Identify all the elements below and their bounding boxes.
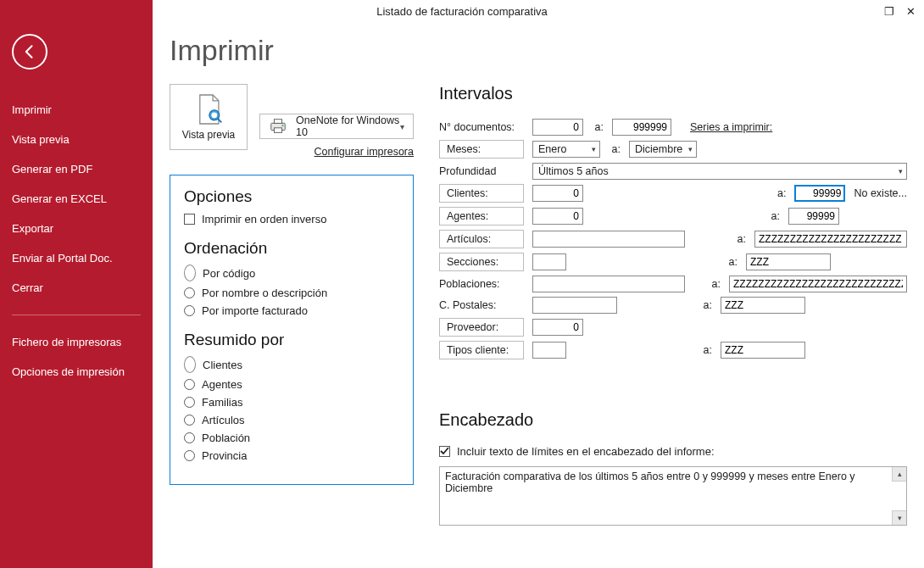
months-button[interactable]: Meses: [439, 140, 524, 159]
sidebar-item-printers-file[interactable]: Fichero de impresoras [0, 327, 153, 357]
scroll-down-icon[interactable]: ▾ [892, 510, 906, 525]
sidebar-item-export[interactable]: Exportar [0, 214, 153, 243]
postal-label: C. Postales: [439, 299, 524, 311]
svg-rect-4 [274, 120, 281, 124]
a-label: a: [768, 210, 780, 222]
ordering-heading: Ordenación [184, 239, 399, 258]
preview-button[interactable]: Vista previa [170, 84, 248, 150]
radio-icon [184, 265, 196, 281]
articles-button[interactable]: Artículos: [439, 230, 524, 248]
postal-to-input[interactable] [721, 297, 805, 314]
clients-button[interactable]: Clientes: [439, 184, 524, 203]
back-button[interactable] [12, 34, 47, 70]
sidebar-item-pdf[interactable]: Generar en PDF [0, 154, 153, 184]
sections-to-input[interactable] [746, 253, 831, 270]
intervals-heading: Intervalos [439, 84, 907, 103]
depth-value: Últimos 5 años [538, 165, 609, 177]
ctypes-button[interactable]: Tipos cliente: [439, 341, 524, 359]
docnum-from-input[interactable] [532, 119, 583, 136]
summary-option-provincia[interactable]: Provincia [184, 449, 399, 462]
radio-icon [184, 415, 195, 426]
agents-to-input[interactable] [788, 208, 839, 225]
window-controls: ❐ ✕ [876, 5, 916, 18]
clients-from-input[interactable] [532, 185, 583, 202]
sections-from-input[interactable] [532, 253, 566, 270]
checkbox-icon [184, 214, 195, 225]
main: Listado de facturación comparativa ❐ ✕ I… [153, 0, 924, 568]
configure-printer-link[interactable]: Configurar impresora [314, 146, 414, 158]
sidebar-item-portal[interactable]: Enviar al Portal Doc. [0, 243, 153, 273]
summary-label: Población [202, 432, 250, 444]
articles-to-input[interactable] [754, 231, 907, 248]
towns-to-input[interactable] [729, 276, 907, 292]
agents-from-input[interactable] [532, 208, 583, 225]
include-limits-checkbox[interactable]: Incluir texto de límites en el encabezad… [439, 445, 907, 458]
sidebar-item-preview[interactable]: Vista previa [0, 125, 153, 154]
sidebar-item-excel[interactable]: Generar en EXCEL [0, 184, 153, 214]
sidebar-item-close[interactable]: Cerrar [0, 273, 153, 303]
radio-icon [184, 379, 195, 390]
docnum-to-input[interactable] [612, 119, 671, 136]
summary-label: Familias [202, 396, 242, 409]
reverse-order-checkbox[interactable]: Imprimir en orden inverso [184, 213, 399, 226]
a-label: a: [734, 233, 746, 245]
document-preview-icon [194, 93, 223, 125]
arrow-left-icon [21, 43, 38, 60]
summary-option-articulos[interactable]: Artículos [184, 414, 399, 426]
agents-button[interactable]: Agentes: [439, 207, 524, 226]
sidebar-item-print-options[interactable]: Opciones de impresión [0, 357, 153, 387]
sidebar-separator [12, 315, 141, 315]
preview-label: Vista previa [182, 129, 235, 141]
provider-button[interactable]: Proveedor: [439, 318, 524, 337]
ordering-option-code[interactable]: Por código [184, 265, 399, 281]
docnum-label: N° documentos: [439, 121, 524, 133]
ordering-label: Por código [203, 267, 255, 280]
radio-icon [184, 432, 195, 443]
radio-icon [184, 450, 195, 461]
summary-option-clientes[interactable]: Clientes [184, 356, 399, 373]
left-panel: Opciones Imprimir en orden inverso Orden… [170, 175, 414, 485]
printer-dropdown[interactable]: OneNote for Windows 10 ▾ [259, 114, 414, 139]
month-to-value: Diciembre [635, 143, 682, 155]
summary-label: Provincia [202, 449, 247, 462]
svg-rect-5 [274, 128, 281, 133]
scroll-up-icon[interactable]: ▴ [892, 467, 906, 482]
month-from-select[interactable]: Enero ▾ [532, 141, 600, 158]
ctypes-from-input[interactable] [532, 342, 566, 359]
radio-icon [184, 287, 195, 298]
summary-option-agentes[interactable]: Agentes [184, 378, 399, 391]
provider-from-input[interactable] [532, 319, 583, 336]
ordering-option-name[interactable]: Por nombre o descripción [184, 287, 399, 299]
window-close-icon[interactable]: ✕ [906, 5, 916, 18]
towns-from-input[interactable] [532, 276, 685, 292]
ordering-label: Por nombre o descripción [202, 287, 327, 299]
header-heading: Encabezado [439, 410, 907, 430]
towns-label: Poblaciones: [439, 278, 524, 290]
window-restore-icon[interactable]: ❐ [884, 5, 894, 18]
radio-icon [184, 356, 196, 373]
articles-from-input[interactable] [532, 231, 685, 248]
summary-label: Artículos [202, 414, 245, 426]
sidebar-item-print[interactable]: Imprimir [0, 95, 153, 125]
svg-point-6 [281, 125, 283, 126]
chevron-down-icon: ▾ [899, 167, 903, 175]
series-link[interactable]: Series a imprimir: [690, 121, 772, 133]
month-to-select[interactable]: Diciembre ▾ [629, 141, 697, 158]
radio-icon [184, 397, 195, 408]
ctypes-to-input[interactable] [721, 342, 805, 359]
summary-option-poblacion[interactable]: Población [184, 432, 399, 444]
sections-button[interactable]: Secciones: [439, 253, 524, 271]
window-title: Listado de facturación comparativa [376, 5, 548, 18]
depth-select[interactable]: Últimos 5 años ▾ [532, 163, 907, 180]
summary-label: Agentes [202, 378, 242, 391]
ordering-option-amount[interactable]: Por importe facturado [184, 304, 399, 317]
summary-label: Clientes [203, 359, 242, 371]
chevron-down-icon: ▾ [400, 122, 404, 131]
postal-from-input[interactable] [532, 297, 617, 314]
sidebar: Imprimir Vista previa Generar en PDF Gen… [0, 0, 153, 568]
printer-icon [269, 117, 287, 136]
chevron-down-icon: ▾ [688, 145, 693, 153]
header-text-area[interactable]: Facturación comparativa de los últimos 5… [439, 466, 907, 526]
summary-option-familias[interactable]: Familias [184, 396, 399, 409]
clients-to-input[interactable] [794, 185, 845, 202]
